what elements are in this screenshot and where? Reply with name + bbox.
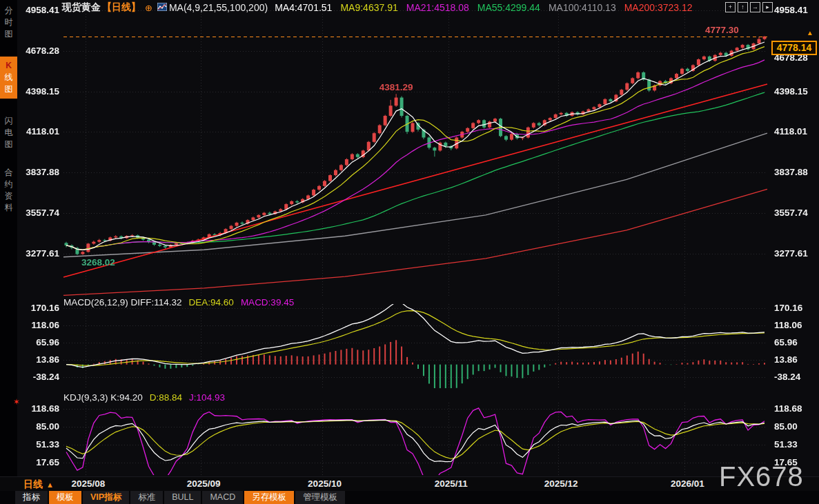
main-axis-label-left: 4958.41	[17, 5, 59, 15]
pan-right-icon[interactable]: ▸	[762, 2, 773, 12]
add-indicator-icon[interactable]: ⊕	[145, 3, 152, 13]
period-selector-label: 日线	[23, 478, 43, 490]
ma-value-label: MA9:4637.91	[340, 2, 397, 13]
month-label: 2025/08	[71, 478, 105, 489]
price-up-arrow-icon: ▲	[807, 29, 813, 37]
trading-chart-app: 分时图K线图闪电图合约资料 现货黄金 【日线】 ⊕ MA(4,9,21,55,1…	[0, 0, 819, 504]
main-axis-label-left: 4678.28	[17, 46, 59, 56]
alert-dot-icon[interactable]: ✶	[13, 397, 20, 407]
tab-2[interactable]: 模板	[49, 491, 81, 504]
chart-header: 现货黄金 【日线】 ⊕ MA(4,9,21,55,100,200) MA4:47…	[62, 1, 701, 14]
macd-axis-label-left: 13.86	[17, 354, 59, 365]
sidebar-item-char: 电	[0, 127, 17, 139]
month-label: 2025/12	[544, 478, 578, 489]
kdj-axis-label-right: 85.00	[774, 421, 817, 432]
kdj-axis-label-right: 51.33	[774, 439, 817, 450]
ma-value-label: MA21:4518.08	[406, 2, 469, 13]
month-label: 2026/01	[671, 478, 704, 489]
trough-price-label: 3268.02	[81, 257, 115, 268]
kdj-axis-label-left: 85.00	[17, 421, 59, 432]
ma-value-label: MA4:4701.51	[275, 2, 332, 13]
kdj-axis-label-right: 118.68	[774, 403, 817, 414]
month-label: 2025/09	[187, 478, 221, 489]
ma-values: MA4:4701.51MA9:4637.91MA21:4518.08MA55:4…	[275, 2, 700, 13]
mini-chart-icon	[157, 2, 167, 13]
macd-header-segment: MACD(26,12,9) DIFF:114.32	[63, 297, 182, 308]
tab-7[interactable]: 另存模板	[244, 491, 294, 504]
kdj-indicator-header: KDJ(9,3,3) K:94.20D:88.84J:104.93	[63, 392, 232, 403]
sidebar-item-char: 图	[0, 139, 17, 150]
peak-price-label: 4381.29	[379, 82, 413, 92]
tab-3[interactable]: VIP指标	[83, 491, 129, 504]
macd-header-segment: MACD:39.45	[241, 297, 294, 308]
tab-1[interactable]: 指标	[15, 491, 48, 504]
bottom-tab-bar: 指标模板VIP指标标准BULLMACD另存模板管理模板	[0, 491, 819, 504]
tab-4[interactable]: 标准	[130, 491, 163, 504]
macd-axis-label-right: -38.24	[774, 372, 817, 382]
macd-axis-label-left: 118.06	[17, 320, 59, 330]
month-label: 2025/10	[308, 478, 342, 489]
main-axis-label-left: 3557.74	[17, 208, 59, 218]
main-axis-label-left: 4118.01	[17, 126, 59, 137]
kdj-axis-label-left: 51.33	[17, 439, 59, 450]
tab-8[interactable]: 管理模板	[295, 491, 345, 504]
main-axis-label-right: 3557.74	[774, 208, 817, 218]
time-axis-strip: 日线▲ 2025/082025/092025/102025/112025/122…	[0, 476, 819, 492]
tab-6[interactable]: MACD	[202, 491, 243, 504]
kdj-header-segment: J:104.93	[189, 392, 225, 403]
crosshair-icon[interactable]: +	[725, 2, 736, 12]
chart-canvas[interactable]	[0, 0, 819, 504]
macd-axis-label-left: -38.24	[17, 372, 59, 382]
period-label: 【日线】	[102, 1, 141, 14]
sidebar-item-char: 图	[0, 83, 17, 95]
sidebar-item-char: 约	[0, 179, 17, 190]
main-axis-label-right: 4398.15	[774, 86, 817, 97]
kdj-axis-label-left: 17.65	[17, 457, 59, 467]
macd-indicator-header: MACD(26,12,9) DIFF:114.32DEA:94.60MACD:3…	[63, 297, 301, 308]
sidebar-item-1[interactable]: 分时图	[0, 5, 17, 40]
main-axis-label-right: 4958.41	[774, 5, 817, 15]
sidebar-item-char: 合	[0, 167, 17, 179]
y-axis-scale-icon[interactable]: ↑	[738, 2, 748, 12]
sidebar-item-char: 线	[0, 72, 17, 83]
sidebar-item-2[interactable]: K线图	[0, 57, 17, 99]
current-price-badge: 4778.14	[771, 41, 817, 55]
main-axis-label-left: 3837.88	[17, 167, 59, 177]
sidebar-item-char: 时	[0, 17, 17, 28]
month-label: 2025/11	[435, 478, 468, 489]
macd-axis-label-right: 65.96	[774, 337, 817, 347]
macd-axis-label-left: 170.16	[17, 303, 59, 313]
sidebar-item-char: 图	[0, 28, 17, 40]
sidebar-item-4[interactable]: 合约资料	[0, 167, 17, 214]
toolbar-icons: +↑→▸	[725, 2, 773, 12]
sidebar-item-char: 资	[0, 190, 17, 202]
sidebar-item-3[interactable]: 闪电图	[0, 115, 17, 150]
prev-high-label: 4777.30	[705, 25, 739, 35]
sidebar-item-char: 闪	[0, 115, 17, 127]
tab-5[interactable]: BULL	[164, 491, 201, 504]
macd-header-segment: DEA:94.60	[189, 297, 234, 308]
sidebar-item-char: 分	[0, 5, 17, 17]
ma-value-label: MA100:4110.13	[549, 2, 616, 13]
main-axis-label-left: 3277.61	[17, 248, 59, 259]
ma-value-label: MA55:4299.44	[477, 2, 540, 13]
chevron-up-icon: ▲	[46, 481, 54, 489]
symbol-title: 现货黄金	[62, 1, 101, 14]
sidebar-item-char: K	[0, 60, 17, 72]
main-axis-label-right: 4118.01	[774, 126, 817, 137]
fx678-watermark: FX678	[719, 461, 804, 492]
macd-axis-label-right: 170.16	[774, 303, 817, 313]
sidebar-item-char: 料	[0, 202, 17, 214]
macd-axis-label-right: 13.86	[774, 354, 817, 365]
kdj-axis-label-left: 118.68	[17, 403, 59, 414]
ma-settings-label: MA(4,9,21,55,100,200)	[169, 2, 268, 13]
kdj-header-segment: KDJ(9,3,3) K:94.20	[63, 392, 143, 403]
x-axis-scale-icon[interactable]: →	[750, 2, 760, 12]
main-axis-label-right: 3837.88	[774, 167, 817, 177]
macd-axis-label-left: 65.96	[17, 337, 59, 347]
period-selector[interactable]: 日线▲	[23, 478, 54, 491]
macd-axis-label-right: 118.06	[774, 320, 817, 330]
ma-value-label: MA200:3723.12	[624, 2, 693, 13]
kdj-header-segment: D:88.84	[150, 392, 182, 403]
main-axis-label-left: 4398.15	[17, 86, 59, 97]
